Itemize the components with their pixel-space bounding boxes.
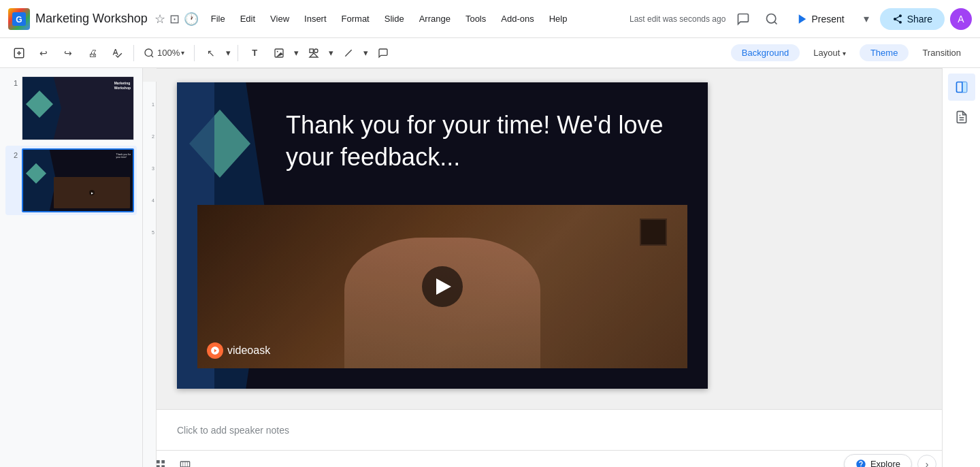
menu-edit[interactable]: Edit [233, 10, 262, 27]
svg-point-2 [767, 14, 776, 22]
slide-num-2: 2 [8, 151, 18, 159]
play-icon [436, 278, 451, 295]
right-controls: Last edit was seconds ago Present ▾ Shar… [630, 7, 972, 31]
user-avatar[interactable]: A [950, 8, 972, 30]
svg-point-11 [277, 50, 278, 52]
menu-format[interactable]: Format [335, 10, 376, 27]
last-edit-status: Last edit was seconds ago [630, 14, 725, 24]
video-overlay[interactable] [197, 205, 687, 368]
svg-point-13 [314, 49, 318, 52]
line-tool[interactable] [338, 42, 359, 64]
comment-insert-tool[interactable] [372, 42, 394, 64]
text-tool[interactable]: T [244, 42, 265, 64]
comment-button[interactable] [731, 7, 755, 31]
explore-label: Explore [870, 459, 900, 467]
menu-addons[interactable]: Add-ons [494, 10, 540, 27]
svg-line-9 [151, 55, 153, 57]
bottom-tabs-bar: Explore › [143, 450, 942, 467]
side-panel-button-1[interactable] [948, 74, 975, 101]
svg-rect-12 [310, 49, 313, 52]
videoask-logo-icon [207, 342, 223, 359]
cursor-dropdown[interactable]: ▾ [225, 42, 232, 64]
cursor-tool[interactable]: ↖ [200, 42, 222, 64]
slide-2-image: Thank you for your time! ▶ [22, 148, 134, 213]
vertical-ruler: 1 2 3 4 5 [143, 82, 157, 467]
line-dropdown[interactable]: ▾ [362, 42, 370, 64]
share-label: Share [907, 14, 932, 25]
side-panel-button-2[interactable] [948, 103, 975, 131]
present-button[interactable]: Present [788, 9, 852, 29]
print-button[interactable]: 🖨 [82, 42, 103, 64]
canvas-area[interactable]: 1 2 3 4 5 6 7 8 9 1 2 3 4 5 [143, 68, 942, 467]
speaker-notes-input[interactable]: Click to add speaker notes [177, 425, 289, 436]
thumb2-video: ▶ [54, 177, 130, 208]
svg-line-3 [774, 21, 777, 24]
history-icon[interactable]: 🕐 [184, 12, 199, 27]
top-bar: G Marketing Workshop ☆ ⊡ 🕐 File Edit Vie… [0, 0, 980, 38]
slide-1-image: Marketing Workshop [22, 76, 134, 140]
present-dropdown-button[interactable]: ▾ [858, 11, 875, 27]
redo-button[interactable]: ↪ [57, 42, 79, 64]
undo-button[interactable]: ↩ [33, 42, 54, 64]
doc-title[interactable]: Marketing Workshop [35, 12, 148, 26]
svg-marker-14 [310, 53, 318, 57]
slide-video[interactable]: videoask [197, 205, 687, 368]
svg-rect-25 [962, 82, 966, 93]
move-icon[interactable]: ⊡ [169, 12, 180, 27]
collapse-panel-button[interactable]: › [917, 455, 936, 468]
app-logo: G [8, 8, 30, 30]
toolbar-divider-1 [133, 45, 134, 61]
videoask-label: videoask [227, 344, 270, 357]
menu-file[interactable]: File [204, 10, 232, 27]
toolbar-divider-3 [238, 45, 238, 61]
layout-button[interactable]: Layout ▾ [802, 44, 857, 61]
new-slide-button[interactable] [8, 42, 30, 64]
image-dropdown[interactable]: ▾ [293, 42, 300, 64]
menu-arrange[interactable]: Arrange [412, 10, 457, 27]
menu-bar: File Edit View Insert Format Slide Arran… [204, 10, 574, 27]
slide-thumbnail-2[interactable]: 2 Thank you for your time! ▶ [5, 146, 137, 216]
focus-mode-button[interactable] [761, 8, 783, 30]
svg-marker-4 [799, 14, 806, 24]
theme-button[interactable]: Theme [860, 44, 909, 61]
svg-rect-17 [161, 460, 165, 464]
toolbar: ↩ ↪ 🖨 100% ▾ ↖ ▾ T ▾ ▾ ▾ Back [0, 38, 980, 68]
menu-tools[interactable]: Tools [459, 10, 493, 27]
thumb1-text: Marketing Workshop [114, 81, 131, 91]
zoom-control[interactable]: 100% ▾ [140, 42, 189, 64]
slide-title[interactable]: Thank you for your time! We'd love your … [286, 110, 694, 174]
background-button[interactable]: Background [731, 44, 800, 61]
title-area: Marketing Workshop ☆ ⊡ 🕐 [35, 12, 199, 27]
svg-text:G: G [16, 15, 22, 25]
star-icon[interactable]: ☆ [154, 12, 165, 27]
slide-num-1: 1 [8, 79, 18, 87]
transition-button[interactable]: Transition [911, 44, 972, 61]
slide-controls: Background Layout ▾ Theme Transition [731, 44, 972, 61]
spellcheck-button[interactable] [106, 42, 128, 64]
speaker-notes-area[interactable]: Click to add speaker notes [143, 409, 942, 450]
slides-panel: 1 Marketing Workshop 2 [0, 68, 143, 467]
shape-tool[interactable] [303, 42, 325, 64]
svg-rect-16 [157, 460, 160, 464]
main-area: 1 Marketing Workshop 2 [0, 68, 980, 467]
bottom-right-controls: Explore › [844, 454, 936, 468]
shape-dropdown[interactable]: ▾ [327, 42, 335, 64]
menu-help[interactable]: Help [542, 10, 574, 27]
toolbar-divider-2 [194, 45, 195, 61]
present-label: Present [811, 14, 844, 25]
slide-thumbnail-1[interactable]: 1 Marketing Workshop [5, 74, 137, 143]
slide-canvas[interactable]: Thank you for your time! We'd love your … [177, 82, 708, 389]
svg-point-8 [145, 49, 152, 57]
menu-slide[interactable]: Slide [378, 10, 411, 27]
share-button[interactable]: Share [880, 8, 945, 30]
videoask-badge: videoask [207, 342, 270, 359]
menu-insert[interactable]: Insert [297, 10, 333, 27]
thumb2-text: Thank you for your time! [116, 153, 131, 159]
filmstrip-tab[interactable] [173, 455, 197, 468]
explore-button[interactable]: Explore [844, 454, 912, 468]
menu-view[interactable]: View [263, 10, 296, 27]
play-button[interactable] [422, 266, 463, 307]
svg-line-15 [346, 50, 352, 56]
image-tool[interactable] [268, 42, 290, 64]
zoom-percent: 100% [157, 48, 180, 58]
